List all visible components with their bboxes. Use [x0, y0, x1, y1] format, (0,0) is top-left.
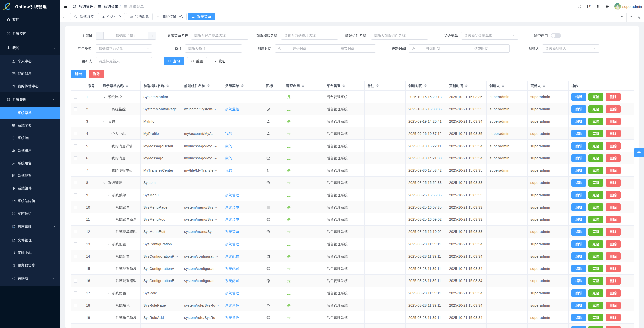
svg-text:LOG: LOG [13, 227, 15, 228]
